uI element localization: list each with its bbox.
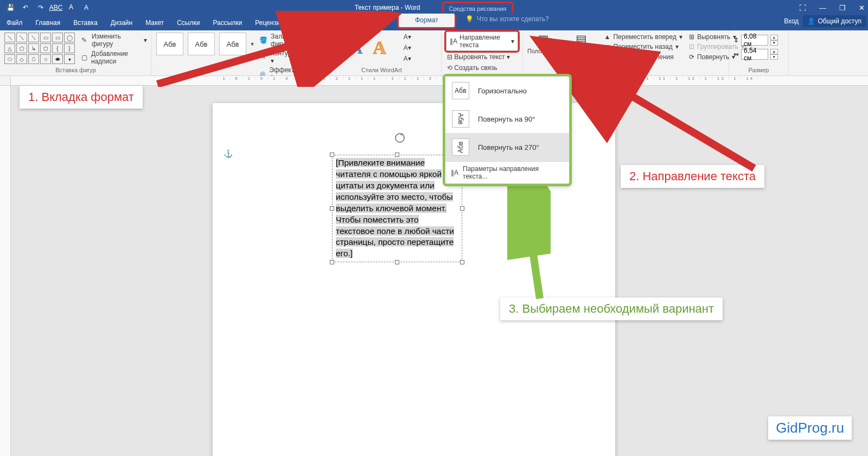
workspace: · 1 · 6 · 1 · 5 · 1 · 4 · 1 · 3 · 1 · 2 … [0,76,868,456]
position-button[interactable]: ▦Положение [527,33,559,61]
window-controls: ⛶ — ❐ ✕ [799,4,865,12]
shape-style-gallery[interactable]: Абв Абв Абв ▾ [156,33,254,55]
group-wordart-styles: A A A A▾ A▾ A▾ Стили WordArt [322,30,442,75]
text-effects-icon[interactable]: A▾ [401,54,413,63]
text-direction-dropdown: АбвГоризонтально АбвПовернуть на 90° Абв… [445,76,570,184]
close-button[interactable]: ✕ [859,4,865,12]
height-icon: ⇕ [733,36,739,44]
group-text: ‖AНаправление текста ▾ ⊟ Выровнять текст… [442,30,523,75]
wrap-text-button[interactable]: ▤Обтеканиетекстом ▾ [566,33,596,61]
tab-references[interactable]: Ссылки [170,15,206,30]
tab-format-wrapper: Формат [397,14,456,29]
create-link-button[interactable]: ⟲ Создать связь [446,63,518,73]
pen-icon: ✎ [259,53,267,61]
save-button[interactable]: 💾 [3,1,17,14]
group-arrange: ▦Положение ▤Обтеканиетекстом ▾ ▲ Перемес… [523,30,729,75]
quick-access-toolbar: 💾 ↶ ↷ ABC A A [0,1,97,14]
dd-more-options[interactable]: ‖AПараметры направления текста... [445,161,569,183]
group-shape-styles: Абв Абв Абв ▾ 🪣Заливка фигуры ✎Контур фи… [152,30,322,75]
rotate-handle[interactable] [395,133,405,143]
text-direction-button[interactable]: ‖AНаправление текста ▾ [446,31,518,51]
watermark: GidProg.ru [768,416,852,440]
tab-view[interactable]: Вид [312,15,337,30]
dd-option-rotate270[interactable]: АбвПовернуть на 270° [445,133,569,161]
undo-button[interactable]: ↶ [18,1,33,14]
width-input[interactable]: ⇔6,54 см▴▾ [733,49,784,60]
resize-handle-n[interactable] [395,153,399,157]
spellcheck-icon[interactable]: ABC [49,1,63,14]
group-label-size: Размер [733,67,784,74]
resize-handle-w[interactable] [330,206,334,211]
textbox-icon: ▢ [80,53,88,62]
shape-fill-button[interactable]: 🪣Заливка фигуры [259,33,317,48]
textbox-content[interactable]: [Привлеките внимание читателя с помощью … [336,158,454,258]
send-backward-button[interactable]: ▼ Переместить назад ▾ [604,42,682,51]
document-title: Текст примера - Word [355,4,420,11]
minimize-button[interactable]: — [819,4,826,12]
font-color-icon[interactable]: A [64,1,78,14]
shape-outline-button[interactable]: ✎Контур фигуры ▾ [259,49,317,65]
tab-insert[interactable]: Вставка [67,15,104,30]
add-textbox-button[interactable]: ▢Добавление надписи [80,50,147,65]
align-text-button[interactable]: ⊟ Выровнять текст ▾ [446,52,518,62]
textbox-shape[interactable]: [Привлеките внимание читателя с помощью … [332,155,462,262]
ribbon-options-icon[interactable]: ⛶ [799,4,806,12]
ribbon-tabs: Файл Главная Вставка Дизайн Макет Ссылки… [0,15,868,30]
wordart-gallery[interactable]: A A A A▾ A▾ A▾ [327,33,437,63]
maximize-button[interactable]: ❐ [839,4,846,12]
group-label-wordart: Стили WordArt [327,67,437,74]
resize-handle-s[interactable] [395,260,399,264]
tab-format[interactable]: Формат [397,14,456,29]
tab-mailings[interactable]: Рассылки [206,15,248,30]
anchor-icon: ⚓ [224,149,233,158]
tab-file[interactable]: Файл [0,15,29,30]
resize-handle-sw[interactable] [330,260,334,264]
selection-pane-button[interactable]: ▭ Область выделения [604,53,682,61]
resize-handle-se[interactable] [460,260,464,264]
height-input[interactable]: ⇕6,08 см▴▾ [733,35,784,46]
dd-option-horizontal[interactable]: АбвГоризонтально [445,77,569,105]
ribbon: ＼＼＼▭▭◯ △⬠↳⬡{} ⬭◇⬯☆⬬▾ ✎Изменить фигуру ▾ … [0,30,868,76]
callout-1: 1. Вкладка формат [20,86,143,109]
tab-review[interactable]: Рецензирование [248,15,312,30]
lightbulb-icon: 💡 [465,15,474,23]
group-insert-shapes: ＼＼＼▭▭◯ △⬠↳⬡{} ⬭◇⬯☆⬬▾ ✎Изменить фигуру ▾ … [0,30,152,75]
dd-option-rotate90[interactable]: АбвПовернуть на 90° [445,105,569,133]
edit-shape-button[interactable]: ✎Изменить фигуру ▾ [80,33,147,48]
width-icon: ⇔ [733,50,739,58]
vertical-ruler[interactable] [0,86,11,456]
group-label-arrange: Упорядочение [527,67,724,74]
tell-me-search[interactable]: 💡 Что вы хотите сделать? [465,15,549,23]
text-outline-icon[interactable]: A▾ [401,43,413,52]
options-icon: ‖A [451,169,458,176]
callout-3: 3. Выбираем необходимый варинант [500,297,723,320]
contextual-tab-title: Средства рисования [442,2,514,14]
person-icon: 👤 [807,17,815,25]
tab-home[interactable]: Главная [29,15,67,30]
redo-button[interactable]: ↷ [34,1,48,14]
resize-handle-nw[interactable] [330,153,334,157]
tab-design[interactable]: Дизайн [104,15,139,30]
text-fill-icon[interactable]: A▾ [401,33,413,41]
group-size: ⇕6,08 см▴▾ ⇔6,54 см▴▾ Размер [729,30,789,75]
tab-layout[interactable]: Макет [139,15,170,30]
bucket-icon: 🪣 [259,36,267,45]
callout-2: 2. Направление текста [621,165,764,188]
ruler-corner [0,76,11,86]
group-label-shapes: Вставка фигур [4,67,147,74]
horizontal-ruler[interactable]: · 1 · 6 · 1 · 5 · 1 · 4 · 1 · 3 · 1 · 2 … [11,76,868,86]
resize-handle-e[interactable] [460,206,464,211]
login-link[interactable]: Вход [784,17,799,25]
bring-forward-button[interactable]: ▲ Переместить вперед ▾ [604,33,682,41]
title-bar: 💾 ↶ ↷ ABC A A Текст примера - Word Средс… [0,0,868,15]
edit-shape-icon: ✎ [80,36,88,45]
text-direction-icon: ‖A [450,37,457,45]
clear-format-icon[interactable]: A [79,1,93,14]
shapes-gallery[interactable]: ＼＼＼▭▭◯ △⬠↳⬡{} ⬭◇⬯☆⬬▾ [4,33,75,65]
share-button[interactable]: 👤Общий доступ [803,15,866,27]
